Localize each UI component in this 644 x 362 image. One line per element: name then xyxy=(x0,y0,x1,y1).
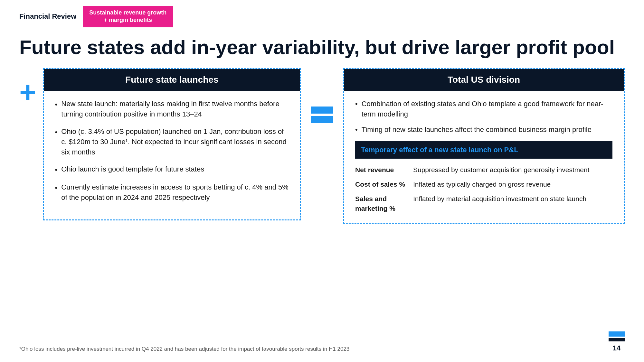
plus-icon: + xyxy=(19,78,36,107)
pl-value-sales-marketing: Inflated by material acquisition investm… xyxy=(413,194,612,213)
right-bullet-list: Combination of existing states and Ohio … xyxy=(355,99,612,135)
equals-sign xyxy=(301,107,343,123)
list-item: Currently estimate increases in access t… xyxy=(55,182,289,203)
pl-value-net-revenue: Suppressed by customer acquisition gener… xyxy=(413,165,612,174)
highlight-box: Temporary effect of a new state launch o… xyxy=(355,141,612,159)
left-section: + Future state launches New state launch… xyxy=(19,68,301,220)
pl-value-cost-sales: Inflated as typically charged on gross r… xyxy=(413,180,612,189)
pl-grid: Net revenue Suppressed by customer acqui… xyxy=(355,165,612,213)
financial-review-label: Financial Review xyxy=(19,12,76,21)
list-item: Ohio launch is good template for future … xyxy=(55,164,289,175)
page: Financial Review Sustainable revenue gro… xyxy=(0,0,644,362)
equals-bar-bottom xyxy=(311,116,333,123)
right-box: Total US division Combination of existin… xyxy=(343,68,625,224)
page-title: Future states add in-year variability, b… xyxy=(0,33,644,68)
left-bullet-list: New state launch: materially loss making… xyxy=(55,99,289,203)
bottom-bar-thin xyxy=(609,338,625,341)
footnote: ¹Ohio loss includes pre-live investment … xyxy=(19,346,349,352)
pl-label-sales-marketing: Sales and marketing % xyxy=(355,194,407,213)
content-area: + Future state launches New state launch… xyxy=(0,68,644,224)
pl-label-cost-sales: Cost of sales % xyxy=(355,180,407,189)
list-item: Timing of new state launches affect the … xyxy=(355,125,612,135)
left-box: Future state launches New state launch: … xyxy=(43,68,301,220)
bottom-bar-thick xyxy=(609,331,625,337)
list-item: New state launch: materially loss making… xyxy=(55,99,289,119)
header-bar: Financial Review Sustainable revenue gro… xyxy=(0,0,644,33)
left-box-header: Future state launches xyxy=(44,69,300,91)
right-section: Total US division Combination of existin… xyxy=(343,68,625,224)
bottom-equals-icon xyxy=(609,331,625,341)
sustainable-badge: Sustainable revenue growth + margin bene… xyxy=(83,6,173,27)
page-number: 14 xyxy=(613,344,620,352)
page-number-area: 14 xyxy=(609,331,625,352)
equals-bar-top xyxy=(311,107,333,114)
footer: ¹Ohio loss includes pre-live investment … xyxy=(19,331,625,352)
list-item: Ohio (c. 3.4% of US population) launched… xyxy=(55,126,289,157)
list-item: Combination of existing states and Ohio … xyxy=(355,99,612,119)
pl-label-net-revenue: Net revenue xyxy=(355,165,407,174)
right-box-header: Total US division xyxy=(344,69,624,91)
